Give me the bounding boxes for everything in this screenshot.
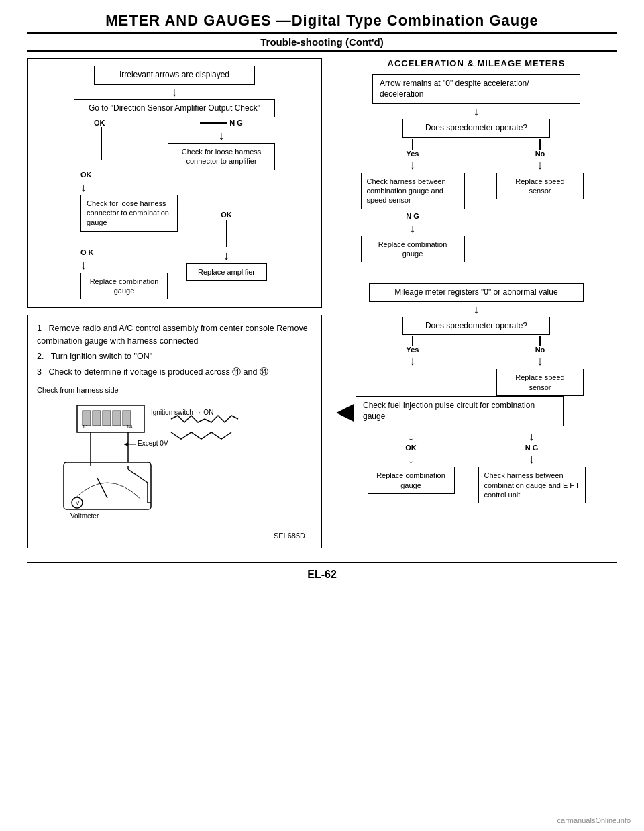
- mileage-replace-combo: Replace combination gauge: [368, 467, 455, 494]
- instruction-2: 2. Turn ignition switch to "ON": [37, 350, 312, 363]
- accel-title: ACCELERATION & MILEAGE METERS: [335, 58, 617, 68]
- instruction-1: 1 Remove radio and A/C control assembly …: [37, 322, 312, 348]
- arrow-ng1: ↓: [219, 130, 225, 142]
- mileage-replace-speed: Replace speed sensor: [496, 369, 584, 396]
- item-number-2: 2.: [37, 352, 48, 361]
- accel-no: No: [535, 150, 545, 158]
- flow-box-loose-harness-amp: Check for loose harness connector to amp…: [168, 143, 275, 170]
- page-title: METER AND GAUGES —Digital Type Combinati…: [0, 0, 644, 32]
- svg-rect-3: [103, 411, 111, 426]
- mileage-section: Mileage meter registers "0" or abnormal …: [335, 283, 617, 503]
- svg-rect-4: [113, 411, 121, 426]
- instruction-3: 3 Check to determine if voltage is produ…: [37, 366, 312, 379]
- flow-box-replace-combo-left: Replace combination gauge: [80, 273, 168, 300]
- flow-box-goto: Go to "Direction Sensor Amplifier Output…: [74, 99, 275, 118]
- accel-yes: Yes: [407, 150, 419, 158]
- item-number-3: 3: [37, 367, 46, 377]
- page-number: EL-62: [0, 563, 644, 586]
- accel-check-harness: Check harness between combination gauge …: [361, 173, 465, 209]
- mileage-box1: Mileage meter registers "0" or abnormal …: [369, 283, 584, 302]
- mileage-arrow1: ↓: [474, 303, 480, 315]
- flow-box-irrelevant: Irrelevant arrows are displayed: [94, 66, 255, 85]
- flow-box-replace-amp: Replace amplifier: [186, 263, 267, 281]
- connector-diagram: 11 14 Ignition switch → ON Except 0V: [37, 399, 265, 526]
- accel-box1: Arrow remains at "0" despite acceleratio…: [372, 74, 580, 104]
- ng-label-1: N G: [229, 119, 243, 127]
- svg-text:Ignition switch → ON: Ignition switch → ON: [151, 409, 213, 416]
- instructions-box: 1 Remove radio and A/C control assembly …: [27, 315, 322, 548]
- accel-ng: N G: [406, 212, 419, 220]
- ok-label-1: OK: [94, 119, 105, 127]
- mileage-check-fuel: Check fuel injection pulse circuit for c…: [356, 396, 564, 426]
- arrow-ng-amp: ↓: [223, 250, 229, 262]
- flow-box-loose-combo: Check for loose harness connector to com…: [80, 195, 178, 232]
- big-left-arrow: ◀: [337, 399, 354, 424]
- accel-arrow1: ↓: [474, 105, 480, 117]
- item-number-1: 1: [37, 324, 46, 333]
- accel-replace-speed: Replace speed sensor: [496, 173, 584, 200]
- mileage-yes: Yes: [407, 346, 419, 354]
- accel-replace-combo: Replace combination gauge: [361, 236, 465, 263]
- svg-text:Voltmeter: Voltmeter: [70, 512, 99, 520]
- left-flowchart: Irrelevant arrows are displayed ↓ Go to …: [27, 58, 322, 308]
- ok-label-2: OK: [80, 170, 92, 179]
- svg-rect-2: [93, 411, 101, 426]
- mileage-ok: OK: [405, 444, 417, 452]
- svg-text:14: 14: [127, 424, 133, 430]
- svg-text:Except 0V: Except 0V: [138, 440, 168, 447]
- mileage-question1: Does speedometer operate?: [402, 317, 550, 336]
- arrow-ok2: ↓: [80, 181, 87, 193]
- sel-code: SEL685D: [37, 530, 312, 542]
- mileage-ng: N G: [525, 444, 539, 452]
- subtitle: Trouble-shooting (Cont'd): [27, 32, 617, 52]
- watermark: carmanualsOnline.info: [557, 816, 631, 824]
- svg-text:V: V: [76, 500, 80, 506]
- arrow-1: ↓: [172, 86, 178, 98]
- mileage-check-harness-efi: Check harness between combination gauge …: [478, 467, 586, 503]
- accel-question1: Does speedometer operate?: [402, 119, 550, 138]
- mileage-no: No: [535, 346, 545, 354]
- svg-text:11: 11: [83, 424, 89, 430]
- arrow-ok3: ↓: [80, 259, 87, 271]
- diagram-label: Check from harness side: [37, 385, 312, 396]
